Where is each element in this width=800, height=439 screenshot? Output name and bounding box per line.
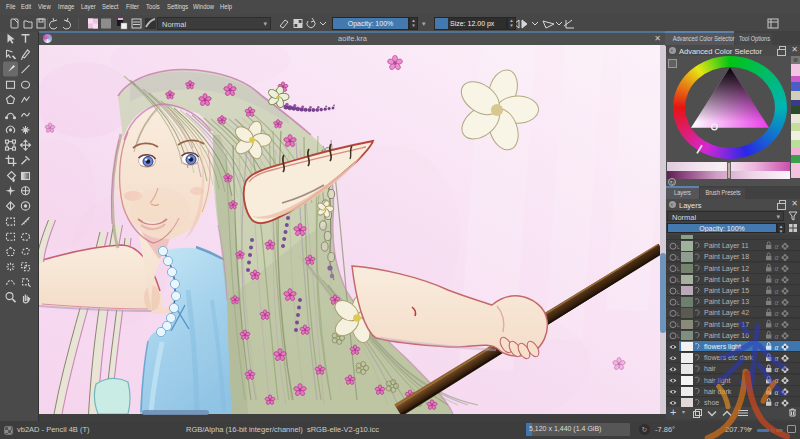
svg-text:α: α — [775, 253, 780, 262]
svg-text:α: α — [775, 354, 780, 363]
svg-text:α: α — [775, 398, 780, 406]
svg-text:α: α — [775, 376, 780, 385]
svg-text:L: L — [677, 288, 680, 294]
svg-text:α: α — [775, 342, 780, 351]
svg-text:α: α — [775, 286, 780, 295]
svg-text:L: L — [677, 333, 680, 339]
svg-text:α: α — [775, 298, 780, 307]
svg-text:L: L — [677, 322, 680, 328]
svg-text:α: α — [775, 264, 780, 273]
svg-text:α: α — [775, 331, 780, 340]
svg-text:L: L — [677, 266, 680, 272]
svg-text:α: α — [775, 387, 780, 396]
svg-text:α: α — [775, 309, 780, 318]
svg-text:α: α — [775, 275, 780, 284]
svg-text:α: α — [775, 242, 780, 251]
svg-text:L: L — [677, 277, 680, 283]
svg-text:L: L — [677, 299, 680, 305]
svg-text:L: L — [677, 243, 680, 249]
svg-text:L: L — [677, 310, 680, 316]
svg-text:α: α — [775, 365, 780, 374]
svg-text:L: L — [677, 254, 680, 260]
svg-text:α: α — [775, 320, 780, 329]
